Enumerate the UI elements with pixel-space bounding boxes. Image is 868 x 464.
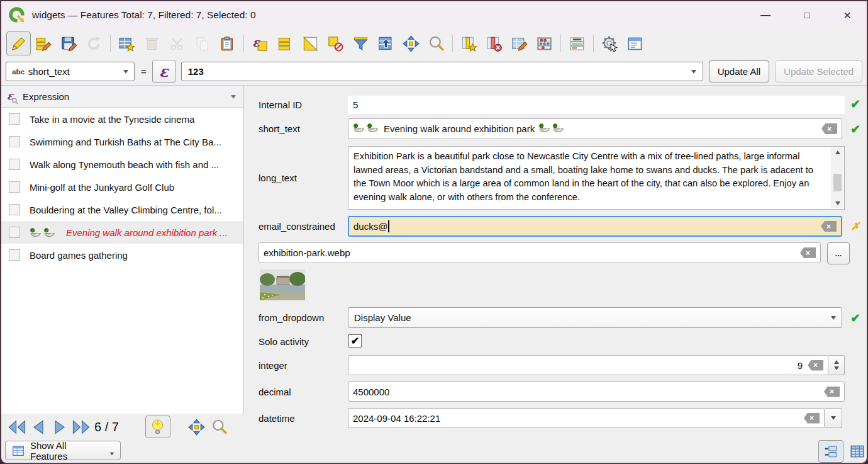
from-dropdown-select[interactable]: Display Value xyxy=(348,307,842,328)
scroll-down-button[interactable] xyxy=(832,198,843,208)
last-feature-button[interactable] xyxy=(70,417,92,436)
chevron-down-icon[interactable] xyxy=(691,70,696,74)
delete-selected-button xyxy=(140,31,164,55)
form-view-toggle[interactable] xyxy=(818,440,843,463)
highlight-feature-button[interactable] xyxy=(145,416,170,438)
spin-up-icon[interactable] xyxy=(834,360,839,364)
reload-button xyxy=(82,31,106,55)
select-all-button[interactable] xyxy=(273,31,298,55)
feature-checkbox[interactable] xyxy=(9,181,20,193)
feature-list-item[interactable]: Bouldering at the Valley Climbing Centre… xyxy=(1,198,243,221)
move-selection-to-top-button[interactable] xyxy=(374,31,398,55)
feature-list-item[interactable]: Mini-golf at the Junkyard Golf Club xyxy=(1,176,243,198)
duck-icons xyxy=(353,123,379,135)
file-path-input[interactable]: exhibition-park.webp × xyxy=(259,242,821,263)
first-feature-button[interactable] xyxy=(6,417,28,436)
expression-value: 123 xyxy=(188,66,204,77)
feature-list-item[interactable]: Board games gathering xyxy=(1,244,243,266)
scroll-thumb[interactable] xyxy=(833,174,842,191)
dock-attribute-table-button[interactable] xyxy=(623,31,647,55)
photo-thumbnail[interactable] xyxy=(260,269,305,300)
previous-feature-button[interactable] xyxy=(28,417,49,436)
field-selector-combo[interactable]: abc short_text xyxy=(6,62,135,81)
multiedit-button[interactable] xyxy=(31,31,56,55)
table-view-toggle[interactable] xyxy=(845,440,868,463)
clear-text-icon[interactable]: × xyxy=(821,123,837,134)
feature-navigation: 6 / 7 xyxy=(1,414,244,440)
save-edits-button[interactable] xyxy=(57,31,81,55)
feature-list-item[interactable]: Swimming and Turkish Baths at The City B… xyxy=(1,130,243,153)
attribute-table-window: widgets — Features Total: 7, Filtered: 7… xyxy=(0,0,868,464)
pan-to-selection-button[interactable] xyxy=(399,31,423,55)
feature-filter-button[interactable]: Show All Features xyxy=(5,441,121,460)
zoom-to-selection-button[interactable] xyxy=(424,31,448,55)
toolbar: ε xyxy=(1,29,867,58)
clear-text-icon[interactable]: × xyxy=(804,413,820,424)
spin-down-icon[interactable] xyxy=(834,366,839,370)
conditional-formatting-button[interactable] xyxy=(565,31,589,55)
integer-value: 9 xyxy=(798,360,803,371)
new-field-button[interactable] xyxy=(457,31,481,55)
update-all-button[interactable]: Update All xyxy=(709,60,769,82)
paste-features-button[interactable] xyxy=(215,31,240,55)
feature-checkbox[interactable] xyxy=(9,159,20,170)
clear-text-icon[interactable]: × xyxy=(800,247,816,258)
form-view-icon xyxy=(823,443,839,460)
maximize-button[interactable]: □ xyxy=(793,1,821,29)
next-feature-button[interactable] xyxy=(49,417,70,436)
pan-to-feature-button[interactable] xyxy=(187,417,207,436)
delete-field-icon xyxy=(486,35,503,52)
datetime-dropdown-button[interactable] xyxy=(825,408,842,428)
table-view-icon xyxy=(849,443,865,460)
solo-activity-checkbox[interactable]: ✔ xyxy=(348,334,362,348)
toolbar-separator xyxy=(452,35,453,52)
scroll-up-button[interactable] xyxy=(832,147,843,157)
chevron-down-icon xyxy=(831,416,836,420)
feature-checkbox[interactable] xyxy=(9,227,20,238)
decimal-input[interactable]: 4500000 × xyxy=(348,382,845,402)
clear-text-icon[interactable]: × xyxy=(821,221,837,232)
short-text-input[interactable]: Evening walk around exhibition park × xyxy=(348,118,842,139)
actions-button[interactable] xyxy=(598,31,622,55)
datetime-input[interactable]: 2024-09-04 16:22:21 × xyxy=(348,408,825,428)
feature-checkbox[interactable] xyxy=(9,249,20,261)
feature-list-item[interactable]: Evening walk around exhibition park ... xyxy=(1,221,243,244)
select-by-expression-button[interactable]: ε xyxy=(248,31,272,55)
feature-label: Mini-golf at the Junkyard Golf Club xyxy=(30,182,174,193)
from-dropdown-value: Display Value xyxy=(354,312,411,323)
zoom-selection-icon xyxy=(428,35,445,52)
email-input[interactable]: ducks@ × xyxy=(348,216,842,237)
feature-checkbox[interactable] xyxy=(9,136,20,147)
integer-input[interactable]: 9 × xyxy=(348,355,828,375)
clear-text-icon[interactable]: × xyxy=(824,387,840,397)
deselect-all-button[interactable] xyxy=(323,31,348,55)
field-calculator-button[interactable] xyxy=(532,31,557,55)
feature-list-header-label: Expression xyxy=(23,91,69,102)
field-selector-value: short_text xyxy=(28,66,70,77)
trash-icon xyxy=(143,35,160,52)
minimize-button[interactable]: — xyxy=(751,1,780,29)
clear-text-icon[interactable]: × xyxy=(808,360,823,371)
feature-list-item[interactable]: Take in a movie at the Tyneside cinema xyxy=(1,108,243,130)
edit-field-button[interactable] xyxy=(507,31,531,55)
cut-features-button xyxy=(165,31,189,55)
feature-list-header[interactable]: ε Expression xyxy=(1,86,243,108)
zoom-to-feature-button[interactable] xyxy=(209,417,230,436)
select-by-form-button[interactable] xyxy=(348,31,373,55)
integer-spinner[interactable] xyxy=(828,355,845,375)
expression-builder-button[interactable]: ε xyxy=(152,60,175,83)
feature-checkbox[interactable] xyxy=(9,204,20,215)
invert-selection-button[interactable] xyxy=(298,31,323,55)
close-button[interactable]: × xyxy=(833,1,862,29)
long-text-area[interactable]: Exhibition Park is a beautiful park clos… xyxy=(348,146,845,210)
file-path-value: exhibition-park.webp xyxy=(264,247,350,258)
scrollbar[interactable] xyxy=(832,147,843,208)
toggle-editing-button[interactable] xyxy=(6,31,31,55)
internal-id-value[interactable]: 5 xyxy=(348,96,845,114)
feature-checkbox[interactable] xyxy=(9,113,20,125)
expression-value-input[interactable]: 123 xyxy=(181,62,703,81)
browse-file-button[interactable]: ... xyxy=(827,242,850,264)
add-feature-button[interactable] xyxy=(114,31,139,55)
feature-list-item[interactable]: Walk along Tynemouth beach with fish and… xyxy=(1,153,243,176)
delete-field-button[interactable] xyxy=(482,31,506,55)
